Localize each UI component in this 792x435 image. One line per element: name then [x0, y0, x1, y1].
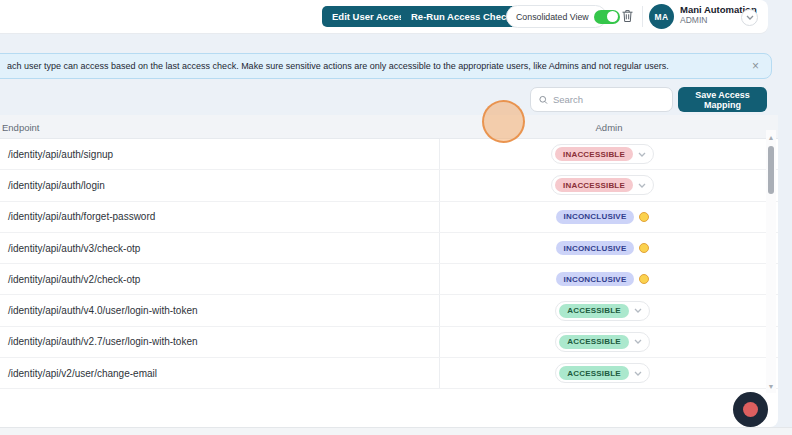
- consolidated-view-label: Consolidated View: [516, 12, 589, 22]
- table-body: /identity/api/auth/signup INACCESSIBLE /…: [0, 139, 778, 389]
- recording-dot-icon: [743, 402, 758, 417]
- status-badge: INACCESSIBLE: [555, 178, 633, 192]
- endpoint-path: /identity/api/v2/user/change-email: [8, 368, 157, 379]
- endpoint-cell: /identity/api/auth/v2/check-otp: [0, 264, 440, 294]
- chevron-down-icon: [638, 183, 646, 188]
- chevron-down-icon: [638, 152, 646, 157]
- access-status-dropdown[interactable]: ACCESSIBLE: [555, 363, 650, 383]
- endpoint-cell: /identity/api/auth/v2.7/user/login-with-…: [0, 327, 440, 357]
- status-badge: ACCESSIBLE: [559, 335, 629, 349]
- admin-access-cell: INACCESSIBLE: [440, 139, 765, 169]
- endpoint-cell: /identity/api/auth/v3/check-otp: [0, 233, 440, 263]
- info-banner: ach user type can access based on the la…: [0, 53, 772, 79]
- recording-indicator: [733, 392, 768, 427]
- toggle-knob: [607, 11, 618, 22]
- scrollbar-thumb[interactable]: [768, 146, 774, 194]
- endpoint-cell: /identity/api/v2/user/change-email: [0, 358, 440, 388]
- endpoint-path: /identity/api/auth/v2/check-otp: [8, 274, 140, 285]
- endpoint-path: /identity/api/auth/v2.7/user/login-with-…: [8, 336, 198, 347]
- table-scrollbar[interactable]: ▲ ▼: [766, 130, 776, 393]
- warning-icon: [639, 212, 649, 222]
- access-status-dropdown[interactable]: INCONCLUSIVE: [552, 269, 654, 289]
- access-status-dropdown[interactable]: INCONCLUSIVE: [552, 238, 654, 258]
- endpoint-cell: /identity/api/auth/forget-password: [0, 202, 440, 232]
- admin-access-cell: INCONCLUSIVE: [440, 233, 765, 263]
- warning-icon: [639, 243, 649, 253]
- chevron-down-icon: [746, 15, 754, 20]
- status-badge: INCONCLUSIVE: [556, 210, 635, 224]
- table-row: /identity/api/auth/v2.7/user/login-with-…: [0, 327, 778, 358]
- endpoint-cell: /identity/api/auth/v4.0/user/login-with-…: [0, 295, 440, 325]
- admin-access-cell: ACCESSIBLE: [440, 327, 765, 357]
- consolidated-view-toggle[interactable]: [594, 10, 620, 24]
- table-row: /identity/api/auth/login INACCESSIBLE: [0, 170, 778, 201]
- endpoint-path: /identity/api/auth/v3/check-otp: [8, 243, 140, 254]
- access-status-dropdown[interactable]: INACCESSIBLE: [551, 175, 654, 195]
- status-badge: INCONCLUSIVE: [556, 272, 635, 286]
- consolidated-view-control[interactable]: Consolidated View: [506, 5, 607, 28]
- info-banner-text: ach user type can access based on the la…: [7, 61, 744, 71]
- endpoint-path: /identity/api/auth/login: [8, 180, 105, 191]
- search-box[interactable]: [530, 87, 673, 112]
- column-header-endpoint[interactable]: Endpoint: [2, 115, 40, 139]
- status-badge: INACCESSIBLE: [555, 147, 633, 161]
- table-row: /identity/api/auth/v4.0/user/login-with-…: [0, 295, 778, 326]
- delete-button[interactable]: [619, 9, 635, 25]
- chevron-down-icon: [634, 371, 642, 376]
- top-header-bar: Edit User Access Re-Run Access Checks Co…: [0, 0, 768, 33]
- endpoint-cell: /identity/api/auth/signup: [0, 139, 440, 169]
- admin-access-cell: INACCESSIBLE: [440, 170, 765, 200]
- chevron-down-icon: [634, 339, 642, 344]
- table-row: /identity/api/auth/forget-password INCON…: [0, 202, 778, 233]
- status-badge: ACCESSIBLE: [559, 304, 629, 318]
- access-status-dropdown[interactable]: ACCESSIBLE: [555, 332, 650, 352]
- save-access-mapping-button[interactable]: Save Access Mapping: [678, 87, 767, 112]
- warning-icon: [639, 274, 649, 284]
- table-header-row: Endpoint Admin: [0, 115, 778, 139]
- endpoint-path: /identity/api/auth/forget-password: [8, 211, 155, 222]
- bottom-edge-strip: [0, 427, 792, 435]
- column-header-admin[interactable]: Admin: [440, 115, 778, 139]
- status-badge: ACCESSIBLE: [559, 366, 629, 380]
- scrollbar-up-icon[interactable]: ▲: [766, 132, 776, 142]
- access-status-dropdown[interactable]: INCONCLUSIVE: [552, 207, 654, 227]
- user-menu-button[interactable]: [741, 9, 758, 26]
- endpoint-path: /identity/api/auth/signup: [8, 149, 113, 160]
- table-row: /identity/api/auth/signup INACCESSIBLE: [0, 139, 778, 170]
- table-row: /identity/api/auth/v3/check-otp INCONCLU…: [0, 233, 778, 264]
- admin-access-cell: ACCESSIBLE: [440, 358, 765, 388]
- admin-access-cell: INCONCLUSIVE: [440, 202, 765, 232]
- user-avatar[interactable]: MA: [649, 4, 674, 29]
- chevron-down-icon: [634, 308, 642, 313]
- endpoint-cell: /identity/api/auth/login: [0, 170, 440, 200]
- header-divider: [642, 6, 643, 27]
- endpoint-path: /identity/api/auth/v4.0/user/login-with-…: [8, 305, 198, 316]
- table-row: /identity/api/v2/user/change-email ACCES…: [0, 358, 778, 389]
- access-status-dropdown[interactable]: ACCESSIBLE: [555, 301, 650, 321]
- search-input[interactable]: [553, 94, 666, 105]
- scrollbar-down-icon[interactable]: ▼: [766, 381, 776, 391]
- trash-icon: [621, 9, 634, 23]
- admin-access-cell: ACCESSIBLE: [440, 295, 765, 325]
- access-table-card: Endpoint Admin /identity/api/auth/signup…: [0, 115, 778, 427]
- banner-close-icon[interactable]: ×: [744, 60, 759, 72]
- admin-access-cell: INCONCLUSIVE: [440, 264, 765, 294]
- search-icon: [539, 95, 548, 105]
- access-status-dropdown[interactable]: INACCESSIBLE: [551, 144, 654, 164]
- status-badge: INCONCLUSIVE: [556, 241, 635, 255]
- table-row: /identity/api/auth/v2/check-otp INCONCLU…: [0, 264, 778, 295]
